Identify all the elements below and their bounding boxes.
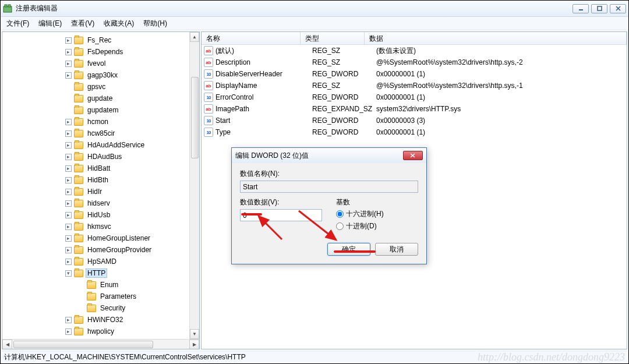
- tree-node[interactable]: gupdate: [2, 93, 200, 104]
- expander-icon[interactable]: ▸: [65, 61, 72, 67]
- tree-node[interactable]: ▸HWiNFO32: [2, 314, 200, 326]
- tree-node[interactable]: ▸hidserv: [2, 197, 200, 209]
- folder-icon: [74, 95, 83, 103]
- tree-node[interactable]: ▸hkmsvc: [2, 221, 200, 232]
- expander-icon[interactable]: ▸: [65, 200, 72, 207]
- tree-node[interactable]: ▸HidIr: [2, 186, 200, 197]
- tree-node[interactable]: ▸FsDepends: [2, 46, 200, 58]
- tree-node[interactable]: Enum: [2, 279, 200, 291]
- registry-tree[interactable]: ▸Fs_Rec▸FsDepends▸fvevol▸gagp30kxgpsvcgu…: [2, 31, 200, 349]
- value-data-input[interactable]: [240, 209, 322, 221]
- menu-file[interactable]: 文件(F): [2, 17, 34, 30]
- scroll-up-icon[interactable]: ▲: [190, 32, 199, 42]
- expander-icon[interactable]: ▸: [65, 328, 72, 335]
- cell-data: (数值未设置): [376, 46, 627, 56]
- tree-node[interactable]: ▸hcmon: [2, 116, 200, 128]
- expander-icon[interactable]: ▸: [65, 317, 72, 323]
- table-row[interactable]: 10ErrorControlREG_DWORD0x00000001 (1): [202, 91, 627, 103]
- expander-icon[interactable]: ▾: [65, 270, 72, 277]
- cell-name: Type: [215, 128, 312, 136]
- radio-hex[interactable]: 十六进制(H): [336, 209, 418, 219]
- string-icon: ab: [204, 46, 213, 55]
- col-name[interactable]: 名称: [202, 32, 301, 44]
- hscroll-thumb[interactable]: [13, 341, 153, 348]
- dialog-titlebar[interactable]: 编辑 DWORD (32 位)值: [232, 148, 426, 163]
- vscroll-thumb[interactable]: [191, 77, 199, 158]
- tree-node[interactable]: Security: [2, 302, 200, 314]
- expander-icon[interactable]: ▸: [65, 37, 72, 44]
- expander-icon[interactable]: ▸: [65, 247, 72, 253]
- expander-icon[interactable]: ▸: [65, 154, 72, 160]
- tree-node[interactable]: ▸hcw85cir: [2, 128, 200, 139]
- table-row[interactable]: abImagePathREG_EXPAND_SZsystem32\drivers…: [202, 103, 627, 115]
- dword-icon: 10: [204, 93, 213, 102]
- value-name-label: 数值名称(N):: [240, 169, 418, 179]
- cell-name: ImagePath: [215, 105, 312, 113]
- expander-icon[interactable]: ▸: [65, 259, 72, 265]
- tree-node[interactable]: gupdatem: [2, 104, 200, 116]
- expander-icon[interactable]: ▸: [65, 189, 72, 195]
- tree-node[interactable]: ▾HTTP: [2, 267, 200, 279]
- expander-icon[interactable]: ▸: [65, 177, 72, 183]
- tree-node[interactable]: ▸HomeGroupProvider: [2, 244, 200, 256]
- cell-type: REG_DWORD: [312, 93, 376, 101]
- close-button[interactable]: [610, 4, 626, 13]
- tree-node[interactable]: gpsvc: [2, 81, 200, 93]
- svg-rect-2: [8, 5, 10, 7]
- table-row[interactable]: 10StartREG_DWORD0x00000003 (3): [202, 115, 627, 126]
- tree-node[interactable]: ▸HidUsb: [2, 209, 200, 221]
- scroll-down-icon[interactable]: ▼: [190, 329, 199, 339]
- expander-icon[interactable]: ▸: [65, 142, 72, 149]
- tree-node[interactable]: Parameters: [2, 291, 200, 302]
- expander-icon[interactable]: ▸: [65, 72, 72, 79]
- menu-favorites[interactable]: 收藏夹(A): [99, 17, 139, 30]
- ok-button[interactable]: 确定: [327, 243, 370, 256]
- table-row[interactable]: abDisplayNameREG_SZ@%SystemRoot%\system3…: [202, 80, 627, 91]
- tree-node[interactable]: ▸fvevol: [2, 58, 200, 69]
- dword-icon: 10: [204, 116, 213, 125]
- table-row[interactable]: 10DisableServerHeaderREG_DWORD0x00000001…: [202, 68, 627, 80]
- tree-hscrollbar[interactable]: ◀ ▶: [2, 339, 199, 349]
- tree-node[interactable]: ▸gagp30kx: [2, 69, 200, 81]
- expander-icon[interactable]: ▸: [65, 130, 72, 137]
- table-row[interactable]: ab(默认)REG_SZ(数值未设置): [202, 45, 627, 56]
- cell-data: 0x00000001 (1): [376, 93, 627, 101]
- menu-edit[interactable]: 编辑(E): [34, 17, 66, 30]
- expander-icon[interactable]: ▸: [65, 212, 72, 218]
- radio-dec-input[interactable]: [336, 222, 344, 230]
- menu-help[interactable]: 帮助(H): [139, 17, 172, 30]
- tree-node[interactable]: ▸HidBatt: [2, 162, 200, 174]
- tree-node[interactable]: ▸HdAudAddService: [2, 139, 200, 151]
- tree-vscrollbar[interactable]: ▲ ▼: [189, 32, 199, 339]
- tree-node[interactable]: ▸HomeGroupListener: [2, 232, 200, 244]
- expander-icon[interactable]: ▸: [65, 235, 72, 242]
- radio-dec[interactable]: 十进制(D): [336, 221, 418, 231]
- cancel-button[interactable]: 取消: [375, 243, 418, 256]
- scroll-right-icon[interactable]: ▶: [189, 340, 199, 349]
- radio-hex-input[interactable]: [336, 210, 344, 218]
- cell-type: REG_SZ: [312, 82, 376, 90]
- menu-view[interactable]: 查看(V): [66, 17, 99, 30]
- titlebar[interactable]: 注册表编辑器: [1, 1, 628, 17]
- tree-node[interactable]: ▸HpSAMD: [2, 256, 200, 267]
- dialog-close-button[interactable]: [403, 151, 423, 160]
- folder-icon: [74, 37, 83, 44]
- tree-node[interactable]: ▸HDAudBus: [2, 151, 200, 162]
- expander-icon[interactable]: ▸: [65, 49, 72, 55]
- expander-icon[interactable]: ▸: [65, 165, 72, 172]
- table-row[interactable]: abDescriptionREG_SZ@%SystemRoot%\system3…: [202, 56, 627, 68]
- tree-node[interactable]: ▸hwpolicy: [2, 326, 200, 337]
- value-name-input[interactable]: [240, 181, 418, 193]
- expander-icon[interactable]: ▸: [65, 224, 72, 230]
- col-type[interactable]: 类型: [301, 32, 365, 44]
- col-data[interactable]: 数据: [365, 32, 627, 44]
- tree-node[interactable]: ▸HidBth: [2, 174, 200, 186]
- expander-icon[interactable]: ▸: [65, 119, 72, 125]
- scroll-left-icon[interactable]: ◀: [2, 340, 12, 349]
- table-row[interactable]: 10TypeREG_DWORD0x00000001 (1): [202, 126, 627, 138]
- minimize-button[interactable]: [573, 4, 589, 13]
- tree-node[interactable]: ▸Fs_Rec: [2, 34, 200, 46]
- grid-header[interactable]: 名称 类型 数据: [202, 32, 627, 45]
- maximize-button[interactable]: [591, 4, 607, 13]
- tree-label: Fs_Rec: [86, 36, 113, 45]
